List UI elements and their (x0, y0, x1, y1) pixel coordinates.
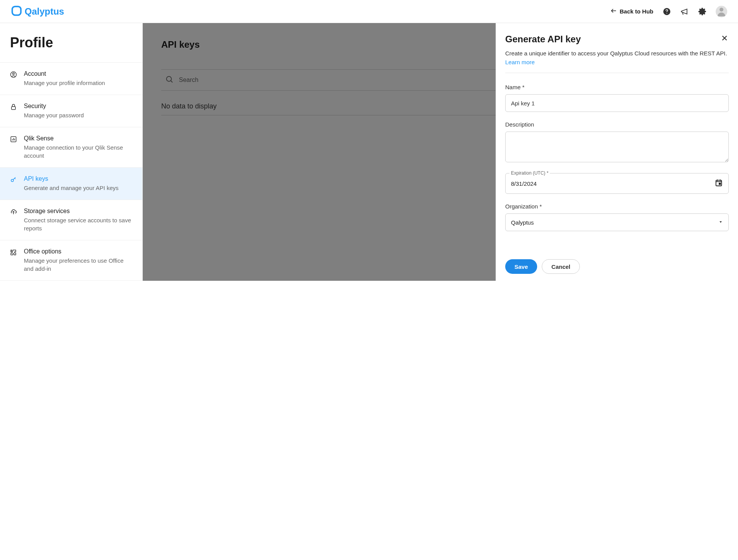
panel-desc-text: Create a unique identifier to access you… (505, 50, 727, 57)
sidebar-item-desc: Manage your password (24, 111, 84, 119)
expiration-value: 8/31/2024 (511, 180, 715, 187)
chart-icon (10, 136, 17, 143)
sidebar-item-label: API keys (24, 175, 119, 182)
sidebar-item-apikeys[interactable]: API keys Generate and manage your API ke… (0, 167, 142, 200)
svg-point-4 (720, 8, 723, 12)
expiration-input[interactable]: Expiration (UTC) * 8/31/2024 (505, 173, 729, 194)
main-content: API keys Search No data to display Gener… (143, 23, 738, 281)
description-label: Description (505, 121, 729, 128)
sidebar-item-office[interactable]: Office options Manage your preferences t… (0, 240, 142, 281)
sidebar-item-label: Account (24, 70, 105, 77)
user-icon (10, 71, 17, 78)
cloud-upload-icon (10, 208, 17, 215)
sidebar-item-label: Qlik Sense (24, 135, 132, 142)
back-to-hub-link[interactable]: Back to Hub (610, 7, 653, 15)
user-avatar[interactable] (716, 6, 727, 17)
svg-rect-0 (12, 6, 21, 15)
sidebar-title: Profile (0, 35, 142, 62)
back-label: Back to Hub (619, 8, 653, 15)
save-button[interactable]: Save (505, 259, 537, 274)
name-label: Name * (505, 84, 729, 90)
chevron-down-icon (718, 219, 723, 226)
organization-select[interactable]: Qalyptus (505, 213, 729, 231)
expiration-label: Expiration (UTC) * (509, 170, 550, 176)
svg-point-3 (666, 13, 667, 13)
close-button[interactable] (720, 34, 729, 44)
help-icon[interactable] (663, 7, 671, 16)
lock-icon (10, 103, 17, 110)
sidebar-item-desc: Generate and manage your API keys (24, 184, 119, 192)
description-input[interactable] (505, 132, 729, 162)
logo-icon (11, 5, 22, 18)
calendar-icon[interactable] (715, 178, 723, 188)
svg-point-12 (11, 179, 13, 182)
settings-icon[interactable] (698, 7, 706, 16)
svg-marker-23 (720, 222, 722, 223)
header-actions: Back to Hub (610, 6, 727, 17)
learn-more-link[interactable]: Learn more (505, 59, 535, 65)
panel-title: Generate API key (505, 34, 581, 45)
arrow-left-icon (610, 7, 617, 15)
sidebar-item-desc: Manage your preferences to use Office an… (24, 257, 132, 273)
sidebar-item-label: Office options (24, 248, 132, 255)
brand-text: Qalyptus (25, 6, 64, 17)
organization-label: Organization * (505, 203, 729, 210)
announcements-icon[interactable] (680, 7, 689, 16)
app-header: Qalyptus Back to Hub (0, 0, 738, 23)
sidebar-item-desc: Connect storage service accounts to save… (24, 216, 132, 232)
key-icon (10, 176, 17, 183)
svg-rect-7 (12, 107, 16, 110)
panel-description: Create a unique identifier to access you… (505, 49, 729, 73)
panel-footer: Save Cancel (496, 252, 738, 281)
organization-value: Qalyptus (511, 219, 718, 226)
sidebar-item-desc: Manage connection to your Qlik Sense acc… (24, 143, 132, 160)
sidebar-item-desc: Manage your profile information (24, 79, 105, 87)
generate-api-key-panel: Generate API key Create a unique identif… (496, 23, 738, 281)
sidebar-item-qliksense[interactable]: Qlik Sense Manage connection to your Qli… (0, 127, 142, 167)
cancel-button[interactable]: Cancel (542, 259, 580, 274)
profile-sidebar: Profile Account Manage your profile info… (0, 23, 143, 281)
svg-rect-22 (719, 183, 721, 185)
sidebar-item-label: Storage services (24, 208, 132, 215)
sidebar-item-security[interactable]: Security Manage your password (0, 95, 142, 127)
sidebar-item-storage[interactable]: Storage services Connect storage service… (0, 200, 142, 240)
sidebar-item-account[interactable]: Account Manage your profile information (0, 62, 142, 95)
svg-point-6 (13, 73, 15, 75)
puzzle-icon (10, 249, 17, 256)
sidebar-item-label: Security (24, 103, 84, 110)
name-input[interactable] (505, 94, 729, 112)
logo[interactable]: Qalyptus (11, 5, 64, 18)
